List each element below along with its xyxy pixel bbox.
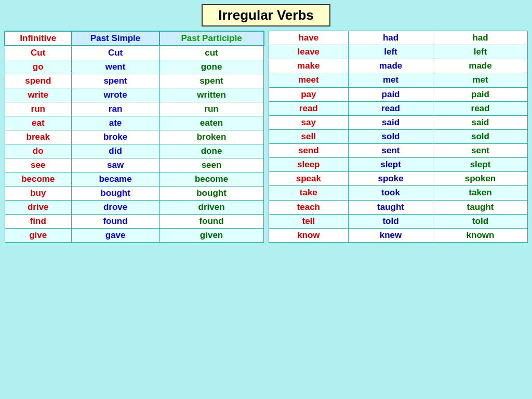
cell-infinitive: find <box>5 215 72 229</box>
cell-past-simple: met <box>349 73 433 87</box>
cell-past-simple: told <box>349 214 433 228</box>
cell-past-participle: gone <box>159 60 264 74</box>
cell-past-participle: become <box>159 172 264 187</box>
table-row: taketooktaken <box>269 186 528 200</box>
cell-past-simple: bought <box>72 187 159 201</box>
cell-past-simple: spoke <box>349 172 433 186</box>
cell-infinitive: leave <box>269 45 349 59</box>
cell-infinitive: break <box>5 130 72 144</box>
table-row: sellsoldsold <box>269 129 528 143</box>
cell-past-simple: sold <box>349 129 433 143</box>
table-row: speakspokespoken <box>269 172 528 186</box>
cell-past-simple: gave <box>72 229 159 243</box>
table-row: eatateeaten <box>5 116 264 130</box>
left-verbs-table: Infinitive Past Simple Past Participle C… <box>4 31 264 243</box>
cell-infinitive: speak <box>269 172 349 186</box>
cell-past-simple: spent <box>72 74 159 88</box>
table-row: givegavegiven <box>5 229 264 243</box>
cell-infinitive: tell <box>269 214 349 228</box>
table-row: runranrun <box>5 102 264 116</box>
cell-past-participle: sold <box>433 129 528 143</box>
cell-past-simple: slept <box>349 158 433 172</box>
cell-past-simple: paid <box>349 87 433 101</box>
cell-infinitive: drive <box>5 201 72 215</box>
table-row: saysaidsaid <box>269 115 528 129</box>
cell-infinitive: teach <box>269 200 349 214</box>
cell-infinitive: take <box>269 186 349 200</box>
cell-past-participle: known <box>433 228 528 242</box>
cell-past-participle: given <box>159 229 264 243</box>
cell-infinitive: see <box>5 158 72 172</box>
table-row: telltoldtold <box>269 214 528 228</box>
cell-past-simple: found <box>72 215 159 229</box>
cell-infinitive: do <box>5 144 72 158</box>
table-row: writewrotewritten <box>5 88 264 102</box>
table-row: readreadread <box>269 101 528 115</box>
right-verbs-table: havehadhadleaveleftleftmakemademademeetm… <box>269 31 528 243</box>
table-row: sendsentsent <box>269 144 528 158</box>
table-row: spendspentspent <box>5 74 264 88</box>
cell-past-participle: taken <box>433 186 528 200</box>
cell-past-simple: drove <box>72 201 159 215</box>
table-row: findfoundfound <box>5 215 264 229</box>
table-row: buyboughtbought <box>5 187 264 201</box>
cell-infinitive: send <box>269 144 349 158</box>
cell-infinitive: make <box>269 59 349 73</box>
cell-past-participle: found <box>159 215 264 229</box>
table-row: teachtaughttaught <box>269 200 528 214</box>
cell-past-participle: done <box>159 144 264 158</box>
cell-past-participle: told <box>433 214 528 228</box>
table-row: sleepsleptslept <box>269 158 528 172</box>
table-row: makemademade <box>269 59 528 73</box>
cell-infinitive: meet <box>269 73 349 87</box>
cell-infinitive: sleep <box>269 158 349 172</box>
cell-infinitive: go <box>5 60 72 74</box>
table-row: CutCutcut <box>5 46 264 60</box>
cell-past-simple: knew <box>349 228 433 242</box>
table-row: dodiddone <box>5 144 264 158</box>
cell-past-participle: slept <box>433 158 528 172</box>
cell-infinitive: pay <box>269 87 349 101</box>
cell-past-simple: ate <box>72 116 159 130</box>
cell-past-participle: spoken <box>433 172 528 186</box>
cell-infinitive: Cut <box>5 46 72 60</box>
cell-past-simple: taught <box>349 200 433 214</box>
cell-past-simple: Cut <box>72 46 159 60</box>
cell-infinitive: have <box>269 31 349 45</box>
cell-past-simple: sent <box>349 144 433 158</box>
cell-past-simple: left <box>349 45 433 59</box>
cell-past-simple: took <box>349 186 433 200</box>
cell-infinitive: buy <box>5 187 72 201</box>
cell-past-participle: eaten <box>159 116 264 130</box>
cell-infinitive: read <box>269 101 349 115</box>
cell-past-participle: read <box>433 101 528 115</box>
cell-past-simple: ran <box>72 102 159 116</box>
cell-past-simple: made <box>349 59 433 73</box>
cell-infinitive: write <box>5 88 72 102</box>
cell-infinitive: know <box>269 228 349 242</box>
table-row: gowentgone <box>5 60 264 74</box>
cell-infinitive: give <box>5 229 72 243</box>
cell-past-participle: driven <box>159 201 264 215</box>
cell-past-participle: cut <box>159 46 264 60</box>
cell-infinitive: eat <box>5 116 72 130</box>
header-infinitive: Infinitive <box>5 31 72 46</box>
cell-infinitive: become <box>5 172 72 187</box>
cell-past-simple: saw <box>72 158 159 172</box>
cell-past-simple: broke <box>72 130 159 144</box>
cell-past-participle: seen <box>159 158 264 172</box>
cell-past-participle: spent <box>159 74 264 88</box>
header-past-simple: Past Simple <box>72 31 159 46</box>
cell-past-participle: said <box>433 115 528 129</box>
cell-past-participle: made <box>433 59 528 73</box>
cell-past-simple: had <box>349 31 433 45</box>
cell-past-participle: paid <box>433 87 528 101</box>
cell-past-participle: taught <box>433 200 528 214</box>
cell-past-participle: written <box>159 88 264 102</box>
page-title: Irregular Verbs <box>202 4 330 26</box>
cell-past-participle: met <box>433 73 528 87</box>
table-row: paypaidpaid <box>269 87 528 101</box>
cell-past-simple: did <box>72 144 159 158</box>
cell-past-simple: became <box>72 172 159 187</box>
table-row: drivedrovedriven <box>5 201 264 215</box>
